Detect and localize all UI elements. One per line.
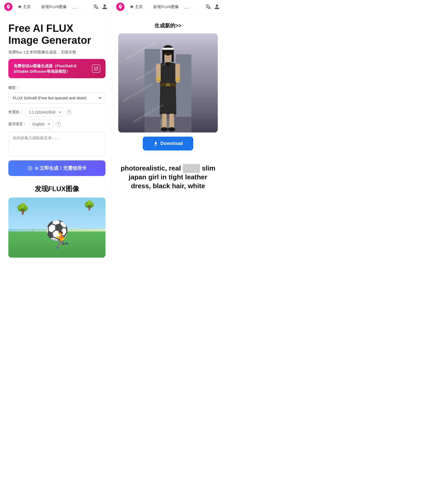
svg-rect-19 (156, 78, 161, 79)
main-content: Free AI FLUX Image Generator 免费flux 1文本转… (0, 14, 224, 264)
generate-button[interactable]: ⊙ 立即生成！无需信用卡 (8, 160, 105, 176)
promo-banner[interactable]: 免费尝试AI图像生成器（Flux/Dall-E 3/Stable Diffusi… (8, 59, 105, 78)
download-label: Download (160, 141, 183, 146)
svg-rect-10 (162, 49, 164, 63)
svg-rect-22 (175, 80, 180, 81)
download-button[interactable]: Download (143, 137, 193, 150)
left-nav: 主页 发现FLUX图像 ... (0, 0, 112, 14)
svg-rect-25 (162, 114, 167, 129)
right-logo[interactable] (116, 3, 125, 11)
svg-rect-20 (175, 78, 180, 79)
generated-image: WWW.ABSKOOP.COM WWW.ABSKOOP.COM WWW.ABSK… (118, 33, 218, 132)
download-icon (153, 141, 158, 146)
right-column: 生成新的>> (112, 14, 224, 264)
translate-icon[interactable] (93, 4, 99, 10)
generated-label: 生成新的>> (118, 22, 218, 29)
left-column: Free AI FLUX Image Generator 免费flux 1文本转… (0, 14, 112, 264)
right-nav-right (205, 4, 220, 10)
aspect-label: 长宽比： (8, 110, 23, 114)
right-nav-more[interactable]: ... (184, 4, 190, 10)
prompt-text-display: photorealistic, real sexy slim japan gir… (118, 164, 218, 190)
right-nav: 主页 发现FLUX图像 ... (112, 0, 224, 14)
hero-title: Free AI FLUX Image Generator (8, 22, 105, 46)
aspect-help-icon[interactable]: ? (67, 110, 72, 115)
prompt-text-1: photorealistic, real (121, 164, 181, 172)
left-nav-discover[interactable]: 发现FLUX图像 (36, 4, 67, 9)
svg-point-13 (165, 53, 167, 55)
svg-point-27 (161, 127, 168, 131)
left-nav-home[interactable]: 主页 (18, 4, 31, 9)
model-label: 模型： (8, 86, 105, 90)
promo-banner-text: 免费尝试AI图像生成器（Flux/Dall-E 3/Stable Diffusi… (14, 63, 89, 74)
right-nav-home[interactable]: 主页 (130, 4, 143, 9)
aspect-select[interactable]: 1:1 (1024x1024) (26, 108, 64, 117)
svg-rect-12 (162, 48, 174, 50)
svg-rect-26 (169, 114, 174, 129)
discover-image[interactable]: 🌳 🌳 ⚽ 🏃 WWW.ABSKOOP.COM WWW.ABSKOOP.COM … (8, 198, 105, 258)
prompt-textarea[interactable] (13, 136, 101, 151)
promo-external-icon (92, 64, 100, 73)
lang-select[interactable]: English (29, 120, 53, 129)
right-translate-icon[interactable] (205, 4, 211, 10)
censored-word: sexy (183, 164, 200, 173)
right-nav-discover[interactable]: 发现FLUX图像 (148, 4, 179, 9)
download-wrapper: Download (118, 137, 218, 158)
left-logo[interactable] (4, 3, 13, 11)
lang-label: 提示语言： (8, 122, 27, 126)
left-nav-right (93, 4, 108, 10)
dual-nav-bar: 主页 发现FLUX图像 ... 主页 发现FLUX图像 ... (0, 0, 224, 14)
right-user-icon[interactable] (214, 4, 220, 10)
svg-rect-21 (156, 80, 161, 81)
prompt-textarea-wrapper (8, 132, 105, 156)
lang-row: 提示语言： English ? (8, 120, 105, 129)
hero-subtitle: 免费flux 1文本转图像生成器，无限次数 (8, 50, 105, 55)
model-select[interactable]: FLUX Schnell (Free but queued and slow!) (8, 92, 105, 104)
lang-help-icon[interactable]: ? (56, 122, 61, 127)
svg-rect-24 (166, 83, 170, 86)
svg-point-14 (169, 53, 171, 55)
svg-rect-2 (145, 49, 160, 127)
user-icon[interactable] (102, 4, 108, 10)
left-nav-more[interactable]: ... (72, 4, 78, 10)
generate-icon (27, 166, 33, 171)
discover-title: 发现FLUX图像 (8, 184, 105, 193)
svg-point-1 (29, 168, 30, 169)
aspect-row: 长宽比： 1:1 (1024x1024) ? (8, 108, 105, 117)
svg-rect-11 (172, 49, 174, 62)
svg-point-28 (168, 127, 175, 131)
